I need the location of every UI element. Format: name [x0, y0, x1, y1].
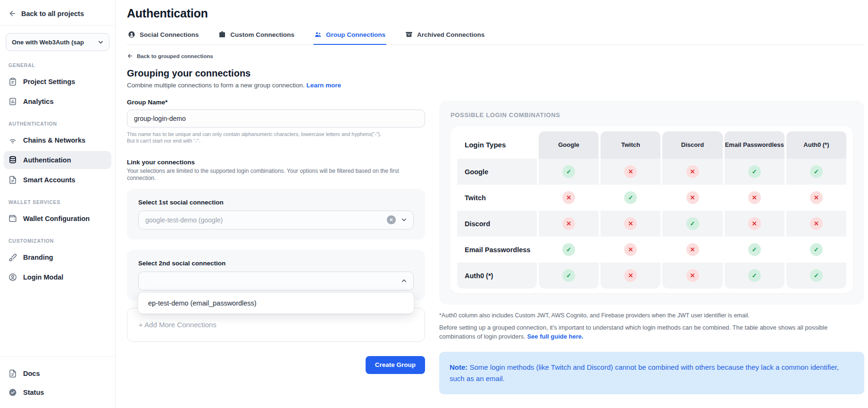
second-connection-wrap: Select 2nd social connection ep-test-dem…: [127, 250, 425, 300]
full-guide-link[interactable]: See full guide here.: [527, 333, 583, 340]
cross-icon: ✕: [624, 269, 637, 282]
sidebar-item-smart-accounts[interactable]: Smart Accounts: [4, 171, 111, 189]
briefcase-icon: [218, 31, 226, 38]
sidebar-item-label: Login Modal: [23, 273, 63, 281]
content-columns: Back to grouped connections Grouping you…: [127, 45, 864, 394]
group-icon: [314, 31, 322, 38]
user-circle-icon: [8, 273, 17, 281]
tab-label: Custom Connections: [230, 31, 294, 38]
combination-cell: ✕: [725, 185, 785, 211]
combination-cell: ✓: [725, 159, 785, 185]
second-connection-select[interactable]: [138, 272, 414, 290]
form-actions: Create Group: [127, 356, 425, 374]
combination-cell: ✕: [662, 159, 722, 185]
combinations-table-card: Login Types Google Twitch Discord Email …: [451, 127, 853, 293]
check-icon: ✓: [748, 165, 761, 178]
combination-cell: ✓: [539, 263, 599, 289]
first-connection-select[interactable]: google-test-demo (google) ✕: [138, 211, 414, 230]
combination-cell: ✕: [601, 211, 660, 237]
clipboard-icon: [8, 77, 17, 86]
file-icon: [8, 176, 17, 184]
cross-icon: ✕: [686, 165, 699, 178]
sidebar: Back to all projects One with Web3Auth (…: [0, 0, 116, 408]
check-icon: ✓: [748, 269, 761, 282]
dropdown-option[interactable]: ep-test-demo (email_passwordless): [138, 293, 414, 314]
column-header-twitch: Twitch: [601, 131, 660, 159]
combination-row: Google✓✕✕✓✓: [457, 159, 846, 185]
combination-row: Twitch✕✓✕✕✕: [457, 185, 846, 211]
tab-custom-connections[interactable]: Custom Connections: [217, 31, 295, 44]
create-group-button[interactable]: Create Group: [366, 356, 425, 374]
sidebar-section-general: GENERAL: [8, 62, 107, 68]
back-link-label: Back to grouped connections: [137, 53, 213, 59]
back-to-grouped-connections-link[interactable]: Back to grouped connections: [127, 53, 425, 59]
tab-label: Group Connections: [326, 31, 385, 38]
chevron-down-icon: [97, 39, 104, 46]
combination-row: Discord✕✕✓✕✕: [457, 211, 846, 237]
sidebar-item-label: Docs: [23, 370, 40, 377]
sidebar-item-docs[interactable]: Docs: [4, 365, 111, 382]
back-to-projects-link[interactable]: Back to all projects: [0, 0, 115, 26]
combinations-description: Before setting up a grouped connection, …: [439, 323, 864, 341]
check-icon: ✓: [810, 165, 823, 178]
sidebar-item-project-settings[interactable]: Project Settings: [4, 73, 111, 91]
cross-icon: ✕: [810, 191, 823, 204]
sidebar-item-login-modal[interactable]: Login Modal: [4, 268, 111, 286]
combination-cell: ✓: [725, 237, 785, 263]
check-icon: ✓: [748, 243, 761, 256]
group-name-help: This name has to be unique and can only …: [127, 131, 425, 144]
first-connection-card: Select 1st social connection google-test…: [127, 189, 425, 239]
combinations-panel: POSSIBLE LOGIN COMBINATIONS Login Types …: [439, 101, 864, 305]
cross-icon: ✕: [686, 243, 699, 256]
sidebar-item-status[interactable]: Status: [4, 383, 111, 401]
tab-label: Social Connections: [140, 31, 199, 38]
combination-cell: ✕: [601, 237, 660, 263]
cross-icon: ✕: [624, 217, 637, 230]
combination-cell: ✓: [725, 263, 785, 289]
combinations-title: POSSIBLE LOGIN COMBINATIONS: [451, 111, 853, 119]
combination-cell: ✕: [662, 263, 722, 289]
combinations-body: Google✓✕✕✓✓Twitch✕✓✕✕✕Discord✕✕✓✕✕Email …: [457, 159, 846, 289]
cross-icon: ✕: [810, 217, 823, 230]
sidebar-item-analytics[interactable]: Analytics: [4, 93, 111, 110]
check-icon: ✓: [562, 243, 575, 256]
sidebar-item-label: Status: [23, 389, 44, 396]
check-icon: ✓: [810, 269, 823, 282]
group-name-input[interactable]: [127, 110, 425, 128]
row-label: Email Passwordless: [457, 237, 537, 263]
project-selector[interactable]: One with Web3Auth (sap: [6, 33, 109, 51]
sidebar-item-label: Project Settings: [23, 78, 75, 85]
cross-icon: ✕: [686, 191, 699, 204]
combination-cell: ✕: [662, 237, 722, 263]
connection-dropdown: ep-test-demo (email_passwordless): [138, 293, 414, 314]
combination-cell: ✕: [662, 185, 722, 211]
archive-icon: [405, 31, 413, 38]
sidebar-item-wallet-configuration[interactable]: Wallet Configuration: [4, 210, 111, 228]
corner-header: Login Types: [457, 131, 537, 159]
page-title: Authentication: [127, 7, 864, 20]
sidebar-item-label: Authentication: [23, 156, 71, 164]
form-subtitle: Combine multiple connections to form a n…: [127, 82, 425, 89]
learn-more-link[interactable]: Learn more: [306, 82, 341, 89]
combination-cell: ✕: [786, 185, 846, 211]
combinations-header-row: Login Types Google Twitch Discord Email …: [457, 131, 846, 159]
tab-social-connections[interactable]: Social Connections: [127, 31, 200, 44]
user-circle-icon: [128, 31, 135, 38]
combination-cell: ✓: [786, 237, 846, 263]
tab-group-connections[interactable]: Group Connections: [313, 31, 386, 44]
tab-archived-connections[interactable]: Archived Connections: [404, 31, 485, 44]
link-connections-title: Link your connections: [127, 159, 425, 166]
group-name-label: Group Name*: [127, 99, 425, 106]
combination-row: Email Passwordless✓✕✕✓✓: [457, 237, 846, 263]
sidebar-item-chains-networks[interactable]: Chains & Networks: [4, 131, 111, 149]
sidebar-item-branding[interactable]: Branding: [4, 248, 111, 266]
status-check-icon: [8, 388, 17, 397]
combination-row: Auth0 (*)✓✕✕✓✓: [457, 263, 846, 289]
sidebar-item-authentication[interactable]: Authentication: [4, 151, 111, 169]
combination-cell: ✕: [601, 263, 660, 289]
combination-cell: ✕: [539, 211, 599, 237]
sidebar-item-label: Wallet Configuration: [23, 215, 90, 222]
clear-selection-icon[interactable]: ✕: [387, 215, 396, 224]
combination-cell: ✓: [539, 159, 599, 185]
note-box: Note: Some login methods (like Twitch an…: [439, 352, 864, 394]
